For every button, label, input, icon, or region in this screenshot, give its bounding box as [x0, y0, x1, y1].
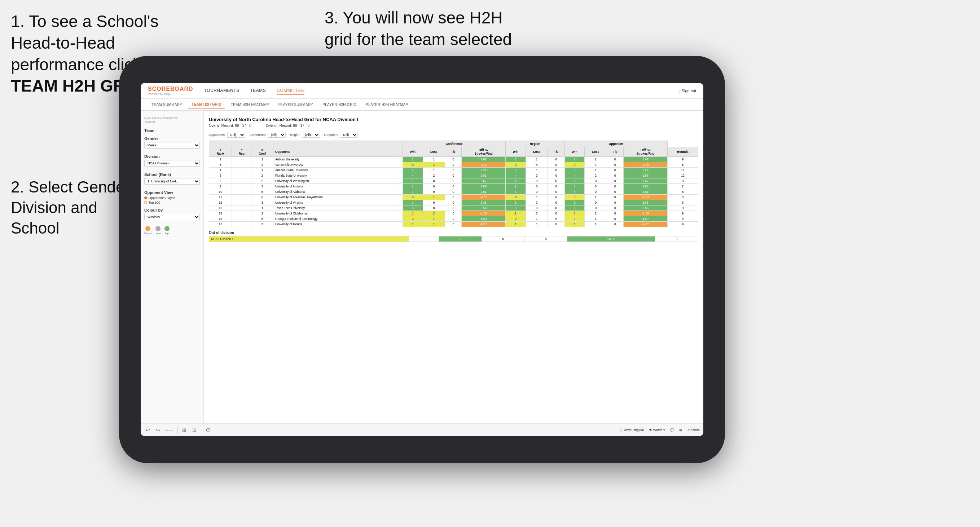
- cell-win-c: 3: [402, 205, 423, 211]
- cell-rank: 4: [209, 168, 232, 173]
- gender-select[interactable]: Men's: [144, 142, 200, 149]
- cell-ood-loss: 0: [482, 237, 525, 242]
- logo: SCOREBOARD Powered by clippi: [148, 86, 193, 95]
- cell-rank: 3: [209, 162, 232, 168]
- cell-rank: 11: [209, 195, 232, 200]
- cell-conf: 1: [251, 168, 274, 173]
- cell-diff-o: -1.00: [624, 211, 668, 216]
- cell-tie-o: 0: [607, 157, 623, 162]
- opponents-filter-select[interactable]: (All): [227, 132, 245, 138]
- cell-loss-r: 0: [525, 184, 548, 189]
- cell-opponent: University of Virginia: [273, 200, 402, 205]
- cell-tie-o: 0: [607, 211, 623, 216]
- cell-diff-o: 2.61: [624, 189, 668, 195]
- cell-reg: [232, 222, 251, 227]
- sub-nav-team-summary[interactable]: TEAM SUMMARY: [148, 101, 186, 108]
- sub-nav-player-summary[interactable]: PLAYER SUMMARY: [275, 101, 317, 108]
- cell-reg: [232, 157, 251, 162]
- toolbar-view-original[interactable]: ⊞ View: Original: [620, 428, 643, 432]
- cell-conf: 3: [251, 184, 274, 189]
- cell-tie-c: 0: [445, 222, 462, 227]
- cell-conf: 2: [251, 178, 274, 184]
- cell-tie-o: 0: [607, 195, 623, 200]
- cell-ood-diff: 26.00: [567, 237, 655, 242]
- cell-rank: 13: [209, 205, 232, 211]
- toolbar-redo[interactable]: ↪: [154, 427, 162, 433]
- cell-win-o: 0: [565, 216, 585, 222]
- nav-tournaments[interactable]: TOURNAMENTS: [204, 87, 240, 95]
- toolbar-grid-icon[interactable]: ⊞: [679, 428, 682, 432]
- cell-loss-c: 1: [423, 157, 445, 162]
- cell-win-o: 1: [565, 222, 585, 227]
- cell-win-r: 2: [506, 157, 526, 162]
- toolbar-back[interactable]: ⟵: [164, 427, 175, 433]
- school-select[interactable]: 1. University of Nort...: [144, 178, 200, 184]
- region-filter-select[interactable]: (All): [302, 132, 320, 138]
- cell-loss-o: 1: [585, 222, 607, 227]
- legend-level-dot: [156, 226, 161, 231]
- cell-tie-c: 0: [445, 211, 462, 216]
- sub-nav-player-h2h-heatmap[interactable]: PLAYER H2H HEATMAP: [362, 101, 412, 108]
- toolbar-copy[interactable]: ⊞: [181, 427, 188, 433]
- th-loss-o: Loss: [585, 147, 607, 157]
- division-select[interactable]: NCAA Division I: [144, 160, 200, 167]
- sign-out-button[interactable]: | Sign out: [679, 89, 696, 93]
- sub-nav-player-h2h-grid[interactable]: PLAYER H2H GRID: [319, 101, 360, 108]
- toolbar-paste[interactable]: ⊡: [191, 427, 198, 433]
- sub-nav-team-h2h-heatmap[interactable]: TEAM H2H HEATMAP: [227, 101, 273, 108]
- conference-filter-select[interactable]: (All): [267, 132, 286, 138]
- legend-down: Down: [144, 226, 151, 235]
- cell-rank: 2: [209, 157, 232, 162]
- th-loss-r: Loss: [525, 147, 548, 157]
- annotation-3: 3. You will now see H2H grid for the tea…: [325, 7, 527, 51]
- nav-teams[interactable]: TEAMS: [250, 87, 266, 95]
- nav-links: TOURNAMENTS TEAMS COMMITTEE: [204, 87, 679, 95]
- annotation-2-text: 2. Select Gender, Division and School: [11, 178, 134, 237]
- cell-rounds: 3: [667, 195, 698, 200]
- cell-tie-o: 0: [607, 205, 623, 211]
- cell-rounds: 8: [667, 189, 698, 195]
- sub-nav-team-h2h-grid[interactable]: TEAM H2H GRID: [188, 101, 225, 108]
- cell-conf: 5: [251, 216, 274, 222]
- table-row: 13 1 Texas Tech University 3 0 0 5.56 3 …: [209, 205, 698, 211]
- toolbar-watch[interactable]: 👁 Watch ▾: [649, 428, 665, 432]
- cell-win-r: 0: [506, 216, 526, 222]
- toolbar-comment[interactable]: 💬: [670, 428, 674, 432]
- cell-loss-c: 1: [423, 216, 445, 222]
- colour-by-select[interactable]: Win/loss: [144, 214, 200, 220]
- cell-win-c: 3: [402, 189, 423, 195]
- radio-dot-top100: [144, 201, 147, 204]
- cell-win-c: 1: [402, 178, 423, 184]
- table-row: 14 2 University of Oklahoma 1 2 0 -1.00 …: [209, 211, 698, 216]
- table-row: 11 6 University of Arkansas, Fayettevill…: [209, 195, 698, 200]
- cell-opponent: Auburn University: [273, 157, 402, 162]
- table-row: 2 1 Auburn University 2 1 0 1.67 2 1 0 2…: [209, 157, 698, 162]
- cell-rounds: 9: [667, 205, 698, 211]
- cell-loss-c: 4: [423, 162, 445, 168]
- cell-reg: [232, 162, 251, 168]
- cell-win-r: 3: [506, 205, 526, 211]
- cell-opponent: University of Florida: [273, 222, 402, 227]
- opponent-filter-select[interactable]: (All): [340, 132, 358, 138]
- sidebar: Last Updated: 27/03/2024 16:55:38 Team G…: [141, 111, 204, 423]
- filter-region-label: Region: [290, 133, 301, 137]
- cell-diff-o: -6.42: [624, 222, 668, 227]
- cell-tie-c: 0: [445, 195, 462, 200]
- cell-tie-o: 0: [607, 184, 623, 189]
- cell-loss-r: 0: [525, 189, 548, 195]
- radio-top100[interactable]: Top 100: [144, 201, 200, 205]
- toolbar-share[interactable]: ↗ Share: [687, 428, 700, 432]
- cell-diff-o: -4.33: [624, 195, 668, 200]
- cell-rank: 12: [209, 200, 232, 205]
- th-loss: Loss: [423, 147, 445, 157]
- nav-committee[interactable]: COMMITTEE: [277, 87, 304, 95]
- cell-win-r: 3: [506, 189, 526, 195]
- cell-diff-c: 2.33: [462, 200, 506, 205]
- radio-opponents-played[interactable]: Opponents Played: [144, 196, 200, 200]
- cell-loss-c: 1: [423, 222, 445, 227]
- h2h-table: Conference Region Opponent #Rank #Reg #C…: [209, 141, 698, 227]
- sub-nav: TEAM SUMMARY TEAM H2H GRID TEAM H2H HEAT…: [141, 99, 703, 111]
- toolbar-undo[interactable]: ↩: [144, 427, 151, 433]
- cell-tie-o: 0: [607, 173, 623, 178]
- toolbar-clock[interactable]: ⏱: [204, 427, 212, 433]
